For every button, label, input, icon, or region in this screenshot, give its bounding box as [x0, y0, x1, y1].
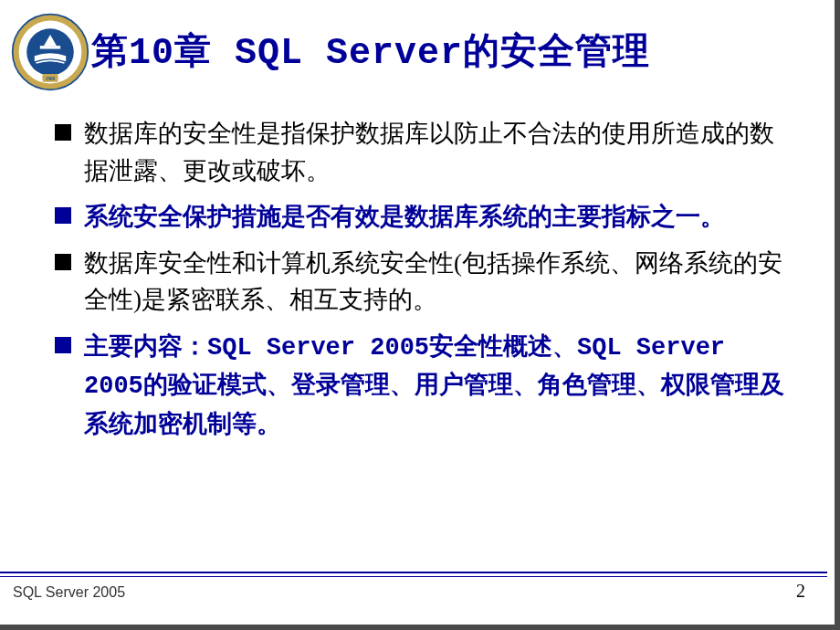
bullet-text: 系统安全保护措施是否有效是数据库系统的主要指标之一。 — [84, 198, 725, 236]
svg-rect-3 — [40, 46, 60, 48]
bullet-text: 数据库安全性和计算机系统安全性(包括操作系统、网络系统的安全性)是紧密联系、相互… — [84, 245, 789, 319]
bullet-item-4: 主要内容：SQL Server 2005安全性概述、SQL Server 200… — [55, 328, 789, 443]
title-mono: SQL Server — [212, 33, 463, 74]
slide-content: 数据库的安全性是指保护数据库以防止不合法的使用所造成的数据泄露、更改或破坏。 系… — [0, 99, 835, 442]
title-part1: 第10章 — [91, 33, 212, 74]
bullet4-mid1: 安全性概述、 — [429, 332, 577, 360]
bullet-text: 数据库的安全性是指保护数据库以防止不合法的使用所造成的数据泄露、更改或破坏。 — [84, 115, 789, 189]
slide-title: 第10章 SQL Server的安全管理 — [91, 26, 650, 76]
bullet-item-3: 数据库安全性和计算机系统安全性(包括操作系统、网络系统的安全性)是紧密联系、相互… — [55, 245, 789, 319]
bullet-icon — [55, 254, 71, 270]
svg-text:1909: 1909 — [46, 76, 56, 81]
bullet-icon — [55, 207, 71, 224]
bullet4-mono1: SQL Server 2005 — [207, 334, 429, 362]
bullet-icon — [55, 337, 71, 353]
university-logo-icon: 1909 — [11, 13, 89, 91]
footer-text: SQL Server 2005 — [13, 584, 125, 601]
bullet4-suffix: 的验证模式、登录管理、用户管理、角色管理、权限管理及系统加密机制等。 — [84, 371, 784, 437]
slide: 1909 第10章 SQL Server的安全管理 数据库的安全性是指保护数据库… — [0, 0, 840, 630]
slide-footer: SQL Server 2005 2 — [0, 572, 827, 608]
page-number: 2 — [796, 581, 805, 602]
footer-divider — [0, 576, 827, 577]
bullet4-prefix: 主要内容： — [84, 332, 207, 360]
bullet-icon — [55, 124, 71, 141]
bullet-item-2: 系统安全保护措施是否有效是数据库系统的主要指标之一。 — [55, 198, 789, 236]
bullet-item-1: 数据库的安全性是指保护数据库以防止不合法的使用所造成的数据泄露、更改或破坏。 — [55, 115, 789, 189]
slide-header: 1909 第10章 SQL Server的安全管理 — [0, 0, 835, 99]
bullet-text: 主要内容：SQL Server 2005安全性概述、SQL Server 200… — [84, 328, 789, 443]
title-part2: 的安全管理 — [463, 33, 650, 74]
